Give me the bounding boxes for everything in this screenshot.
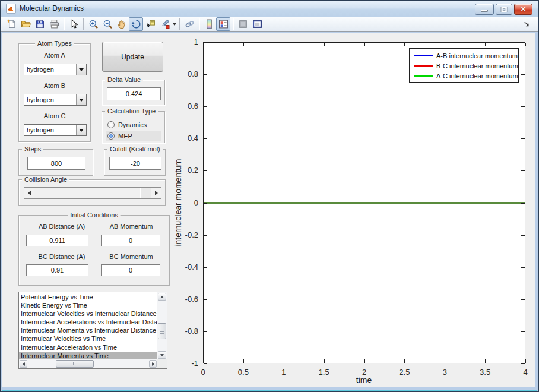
bc-distance-field[interactable] <box>26 264 88 276</box>
list-item[interactable]: Internuclear Acceleration vs Time <box>19 343 157 352</box>
legend-line-sample <box>414 55 433 56</box>
radio-option-dynamics[interactable]: Dynamics <box>106 119 161 129</box>
atom-c-label: Atom C <box>19 112 90 119</box>
collision-angle-panel: Collision Angle <box>18 179 166 206</box>
y-tick-label: 0 <box>176 198 198 207</box>
y-tick-label: -0.6 <box>176 295 198 304</box>
steps-field[interactable] <box>27 157 85 170</box>
show-plot-tools-icon[interactable] <box>250 17 264 31</box>
horizontal-scroll-thumb[interactable] <box>56 360 94 368</box>
cutoff-field[interactable] <box>109 157 161 170</box>
x-tick-label: 2.5 <box>391 368 417 377</box>
slider-right-arrow-icon[interactable] <box>151 188 161 198</box>
x-tick-mark <box>243 43 244 46</box>
list-item[interactable]: Internuclear Accelerations vs Internucle… <box>19 318 157 326</box>
collision-angle-slider[interactable] <box>24 187 161 199</box>
atom-a-value: hydrogen <box>24 64 76 75</box>
brush-icon[interactable] <box>157 17 172 31</box>
new-figure-icon[interactable] <box>4 17 18 31</box>
listbox-vertical-scrollbar[interactable] <box>157 292 167 359</box>
atom-b-select[interactable]: hydrogen <box>24 94 87 106</box>
list-item[interactable]: Kinetic Energy vs Time <box>19 301 157 309</box>
dropdown-caret-icon[interactable] <box>172 17 177 31</box>
atom-c-select[interactable]: hydrogen <box>24 124 87 136</box>
list-item[interactable]: Internuclear Momenta vs Time <box>19 352 157 359</box>
toolbar-separator <box>199 18 199 30</box>
restore-button[interactable] <box>496 4 512 15</box>
scroll-up-icon[interactable] <box>158 293 166 301</box>
insert-legend-icon[interactable] <box>216 17 230 31</box>
window-title: Molecular Dynamics <box>20 4 84 12</box>
scroll-right-icon[interactable] <box>149 360 157 368</box>
scrollbar-corner <box>157 359 167 368</box>
y-tick-mark <box>521 363 525 364</box>
delta-value-field[interactable] <box>107 87 161 100</box>
calculation-type-label: Calculation Type <box>105 108 158 115</box>
y-tick-label: 0.8 <box>176 69 198 78</box>
data-cursor-icon[interactable] <box>143 17 157 31</box>
chevron-down-icon[interactable] <box>76 94 86 105</box>
zoom-out-icon[interactable] <box>100 17 115 31</box>
cutoff-panel: Cutoff (Kcal/ mol) <box>104 149 166 176</box>
radio-label: Dynamics <box>118 121 147 128</box>
list-item[interactable]: Internuclear Velocities vs Internuclear … <box>19 309 157 318</box>
bc-momentum-field[interactable] <box>101 264 160 276</box>
y-tick-mark <box>204 267 207 268</box>
hide-plot-tools-icon[interactable] <box>236 17 250 31</box>
x-tick-label: 0.5 <box>230 368 256 377</box>
x-axis-label: time <box>356 375 372 385</box>
x-tick-mark <box>364 359 365 363</box>
close-button[interactable]: ✕ <box>514 4 532 15</box>
ab-distance-field[interactable] <box>26 235 88 246</box>
insert-colorbar-icon[interactable] <box>202 17 216 31</box>
link-plot-icon[interactable] <box>182 17 196 31</box>
slider-left-arrow-icon[interactable] <box>24 188 34 198</box>
listbox-items: Potential Energy vs TimeKinetic Energy v… <box>19 293 157 359</box>
scroll-left-icon[interactable] <box>20 360 27 368</box>
y-tick-mark <box>204 106 207 107</box>
y-tick-mark <box>204 138 207 139</box>
print-figure-icon[interactable] <box>47 17 61 31</box>
radio-unselected-icon[interactable] <box>107 121 115 128</box>
legend-line-sample <box>414 75 433 77</box>
data-series <box>204 43 525 363</box>
x-tick-label: 1 <box>271 368 297 377</box>
listbox-horizontal-scrollbar[interactable] <box>19 359 157 368</box>
radio-option-mep[interactable]: MEP <box>106 131 161 141</box>
atom-a-select[interactable]: hydrogen <box>24 64 87 75</box>
y-tick-mark <box>521 331 525 332</box>
save-figure-icon[interactable] <box>33 17 47 31</box>
y-tick-mark <box>204 235 207 236</box>
plot-type-listbox[interactable]: Potential Energy vs TimeKinetic Energy v… <box>18 292 167 369</box>
y-tick-mark <box>204 299 207 300</box>
ab-momentum-label: AB Momentum <box>99 223 164 230</box>
slider-thumb[interactable] <box>34 188 141 198</box>
scroll-down-icon[interactable] <box>158 351 166 359</box>
y-tick-label: 0.6 <box>176 102 198 110</box>
edit-plot-icon[interactable] <box>66 17 81 31</box>
list-item[interactable]: Internuclear Momenta vs Internuclear Dis… <box>19 326 157 334</box>
legend-entry-label: B-C internuclear momentum <box>436 62 518 69</box>
update-button[interactable]: Update <box>102 42 163 72</box>
list-item[interactable]: Potential Energy vs Time <box>19 293 157 301</box>
x-tick-mark <box>324 43 325 46</box>
minimize-button[interactable] <box>475 4 494 15</box>
vertical-scroll-thumb[interactable] <box>158 323 166 339</box>
zoom-in-icon[interactable] <box>86 17 100 31</box>
x-tick-label: 3.5 <box>472 368 498 377</box>
rotate-3d-icon[interactable] <box>129 17 143 31</box>
application-window: Molecular Dynamics ✕ Atom Types Atom A h… <box>0 0 539 392</box>
list-item[interactable]: Internulear Velocities vs Time <box>19 334 157 343</box>
dock-figure-icon[interactable] <box>522 20 531 29</box>
radio-selected-icon[interactable] <box>107 132 115 140</box>
ab-momentum-field[interactable] <box>101 235 160 246</box>
chevron-down-icon[interactable] <box>76 64 86 75</box>
pan-icon[interactable] <box>115 17 129 31</box>
close-icon: ✕ <box>515 5 532 13</box>
chevron-down-icon[interactable] <box>76 125 86 135</box>
y-tick-label: -0.8 <box>176 327 198 336</box>
steps-panel: Steps <box>18 149 93 176</box>
open-file-icon[interactable] <box>18 17 33 31</box>
x-tick-mark <box>284 359 284 363</box>
x-tick-mark <box>243 359 244 363</box>
